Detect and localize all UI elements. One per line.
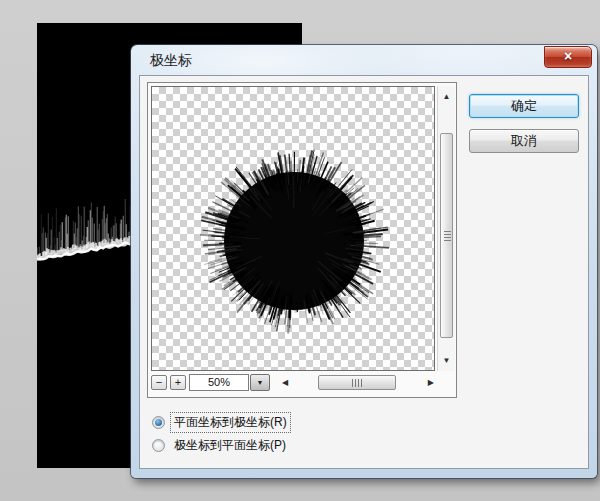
dialog-body: ▲ ▼ − + 50% ▼ ◀ (139, 75, 589, 469)
close-button[interactable]: × (544, 46, 592, 68)
zoom-dropdown-button[interactable]: ▼ (250, 374, 270, 391)
cancel-button[interactable]: 取消 (469, 129, 579, 153)
scroll-left-icon[interactable]: ◀ (282, 378, 288, 387)
polar-coordinates-dialog: 极坐标 × ▲ ▼ − + 50 (131, 45, 597, 478)
preview-group: ▲ ▼ − + 50% ▼ ◀ (147, 82, 457, 398)
radio-button[interactable] (152, 439, 165, 452)
close-icon: × (564, 48, 572, 64)
scroll-up-icon[interactable]: ▲ (438, 92, 455, 101)
option-rect-to-polar[interactable]: 平面坐标到极坐标(R) (152, 412, 291, 433)
chevron-down-icon: ▼ (257, 379, 264, 386)
preview-viewport[interactable] (151, 86, 435, 371)
vertical-scroll-thumb[interactable] (440, 133, 453, 338)
scroll-right-icon[interactable]: ▶ (428, 378, 434, 387)
radio-button[interactable] (152, 416, 165, 429)
option-label: 极坐标到平面坐标(P) (170, 435, 290, 456)
horizontal-scroll-thumb[interactable] (318, 375, 396, 390)
dialog-titlebar[interactable]: 极坐标 × (131, 45, 597, 75)
option-polar-to-rect[interactable]: 极坐标到平面坐标(P) (152, 435, 290, 456)
option-label: 平面坐标到极坐标(R) (170, 412, 291, 433)
scroll-down-icon[interactable]: ▼ (438, 356, 455, 365)
preview-vertical-scrollbar[interactable]: ▲ ▼ (437, 86, 455, 371)
polar-result-image (152, 87, 434, 370)
preview-horizontal-scrollbar[interactable]: ◀ ▶ (280, 374, 436, 391)
workspace: 极坐标 × ▲ ▼ − + 50 (0, 0, 600, 501)
thumb-grip-icon (352, 379, 362, 387)
zoom-out-button[interactable]: − (151, 375, 167, 390)
dialog-title: 极坐标 (150, 52, 192, 70)
ok-button[interactable]: 确定 (469, 94, 579, 118)
zoom-in-button[interactable]: + (170, 375, 186, 390)
thumb-grip-icon (444, 231, 451, 241)
zoom-level-value[interactable]: 50% (189, 374, 249, 391)
zoom-controls: − + 50% ▼ ◀ ▶ (149, 373, 455, 395)
